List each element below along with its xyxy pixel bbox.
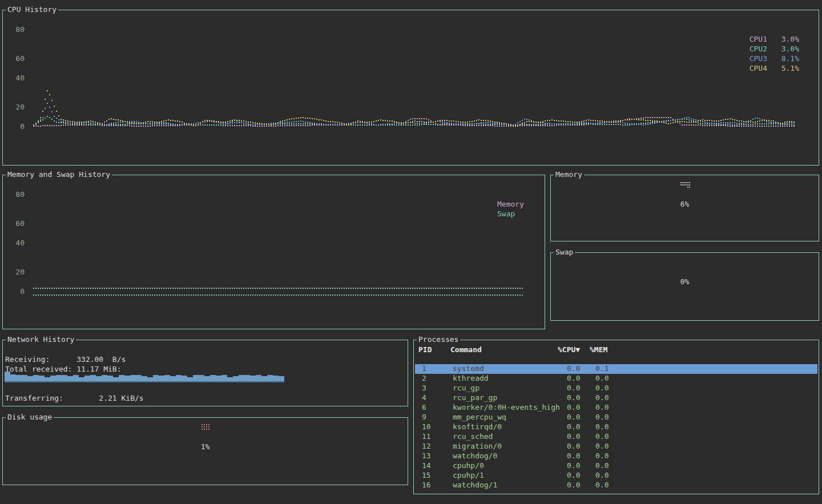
processes-title: Processes (417, 336, 460, 344)
process-cpu: 0.0 (567, 433, 580, 441)
cpu-legend-item-cpu2: CPU23.0% (750, 45, 799, 55)
process-pid: 2 (422, 374, 426, 382)
process-row[interactable]: 12migration/00.00.0 (415, 442, 817, 451)
process-mem: 0.0 (595, 433, 609, 441)
process-table: 1systemd0.00.12kthreadd0.00.03rcu_gp0.00… (415, 364, 817, 490)
process-pid: 14 (422, 462, 431, 470)
process-pid: 3 (422, 384, 426, 392)
y-tick-0: 0 (10, 288, 25, 296)
process-cpu: 0.0 (567, 423, 580, 431)
process-command: kthreadd (453, 374, 489, 382)
y-tick-60: 60 (10, 55, 25, 63)
process-cpu: 0.0 (567, 471, 580, 479)
process-command: rcu_par_gp (453, 394, 497, 402)
process-command: cpuhp/1 (453, 471, 484, 479)
process-command: watchdog/1 (453, 481, 497, 489)
process-row[interactable]: 16watchdog/10.00.0 (415, 481, 817, 490)
process-cpu: 0.0 (567, 442, 580, 450)
process-pid: 6 (422, 404, 426, 412)
process-command: ksoftirqd/0 (453, 423, 502, 431)
process-mem: 0.0 (595, 442, 609, 450)
swap-panel: Swap 0% (550, 252, 819, 321)
process-cpu: 0.0 (567, 413, 580, 421)
process-row[interactable]: 13watchdog/00.00.0 (415, 451, 817, 461)
memory-panel: Memory 6% (550, 175, 819, 241)
process-pid: 11 (422, 433, 431, 441)
column-header-pid[interactable]: PID (418, 346, 432, 354)
process-table-header: PIDCommand%CPU▼%MEM (414, 346, 819, 354)
memswap-legend-item-memory: Memory (497, 200, 524, 210)
disk-percent: 1% (3, 443, 408, 451)
cpu-legend-item-cpu1: CPU13.0% (750, 35, 799, 45)
process-row[interactable]: 6kworker/0:0H-events_high0.00.0 (415, 403, 817, 413)
process-mem: 0.0 (595, 374, 609, 382)
process-cpu: 0.0 (567, 374, 580, 382)
network-receiving: Receiving: 332.00 B/s (5, 356, 126, 364)
process-mem: 0.0 (595, 413, 609, 421)
column-header-cpu[interactable]: %CPU▼ (558, 346, 580, 354)
process-command: systemd (453, 365, 484, 373)
y-tick-40: 40 (10, 239, 25, 247)
cpu-legend-item-cpu3: CPU38.1% (750, 55, 799, 64)
process-row[interactable]: 14cpuhp/00.00.0 (415, 461, 817, 471)
cpu-legend-item-cpu4: CPU45.1% (750, 64, 799, 74)
network-sparkline (5, 372, 284, 385)
process-row[interactable]: 15cpuhp/10.00.0 (415, 471, 817, 481)
process-pid: 16 (422, 481, 431, 489)
process-pid: 4 (422, 394, 426, 402)
process-row[interactable]: 9mm_percpu_wq0.00.0 (415, 413, 817, 422)
memory-swap-legend: MemorySwap (497, 200, 524, 220)
process-mem: 0.0 (595, 423, 609, 431)
process-command: rcu_sched (453, 433, 493, 441)
process-mem: 0.1 (595, 365, 609, 373)
disk-usage-panel: Disk usage 1% (2, 417, 408, 485)
process-pid: 1 (422, 365, 426, 373)
process-cpu: 0.0 (567, 394, 580, 402)
memory-percent: 6% (551, 200, 819, 208)
network-history-title: Network History (6, 336, 76, 344)
cpu-history-chart (33, 24, 796, 130)
process-command: mm_percpu_wq (453, 413, 506, 421)
memory-title: Memory (554, 171, 584, 179)
process-mem: 0.0 (595, 384, 609, 392)
process-mem: 0.0 (595, 462, 609, 470)
swap-percent: 0% (551, 278, 819, 286)
y-tick-60: 60 (10, 220, 25, 228)
process-cpu: 0.0 (567, 384, 580, 392)
process-row-selected[interactable]: 1systemd0.00.1 (415, 364, 817, 374)
swap-title: Swap (554, 248, 575, 256)
cpu-history-panel: CPU History 806040200 CPU13.0%CPU23.0%CP… (2, 10, 819, 166)
disk-gauge-icon (202, 424, 209, 430)
y-tick-80: 80 (10, 26, 25, 34)
memory-swap-history-panel: Memory and Swap History 806040200 Memory… (2, 175, 545, 329)
memory-swap-chart (33, 189, 524, 303)
y-tick-0: 0 (10, 123, 25, 131)
column-header-mem[interactable]: %MEM (590, 346, 607, 354)
process-row[interactable]: 4rcu_par_gp0.00.0 (415, 393, 817, 403)
y-tick-80: 80 (10, 191, 25, 199)
process-mem: 0.0 (595, 471, 609, 479)
process-mem: 0.0 (595, 452, 609, 460)
process-cpu: 0.0 (567, 404, 580, 412)
y-tick-40: 40 (10, 74, 25, 82)
process-mem: 0.0 (595, 404, 609, 412)
y-tick-20: 20 (10, 103, 25, 111)
process-command: watchdog/0 (453, 452, 497, 460)
memory-swap-y-axis: 806040200 (9, 175, 25, 329)
process-row[interactable]: 10ksoftirqd/00.00.0 (415, 422, 817, 432)
network-transferring: Transferring: 2.21 KiB/s (5, 394, 144, 402)
memswap-legend-item-swap: Swap (497, 210, 524, 220)
process-cpu: 0.0 (567, 452, 580, 460)
process-pid: 9 (422, 413, 426, 421)
disk-usage-title: Disk usage (6, 413, 54, 421)
column-header-command[interactable]: Command (450, 346, 482, 354)
process-row[interactable]: 3rcu_gp0.00.0 (415, 384, 817, 393)
cpu-y-axis: 806040200 (9, 10, 25, 165)
process-row[interactable]: 11rcu_sched0.00.0 (415, 432, 817, 442)
process-pid: 10 (422, 423, 431, 431)
process-row[interactable]: 2kthreadd0.00.0 (415, 374, 817, 384)
network-history-panel: Network History Receiving: 332.00 B/s To… (2, 340, 408, 406)
process-pid: 15 (422, 471, 431, 479)
process-mem: 0.0 (595, 481, 609, 489)
process-pid: 13 (422, 452, 431, 460)
